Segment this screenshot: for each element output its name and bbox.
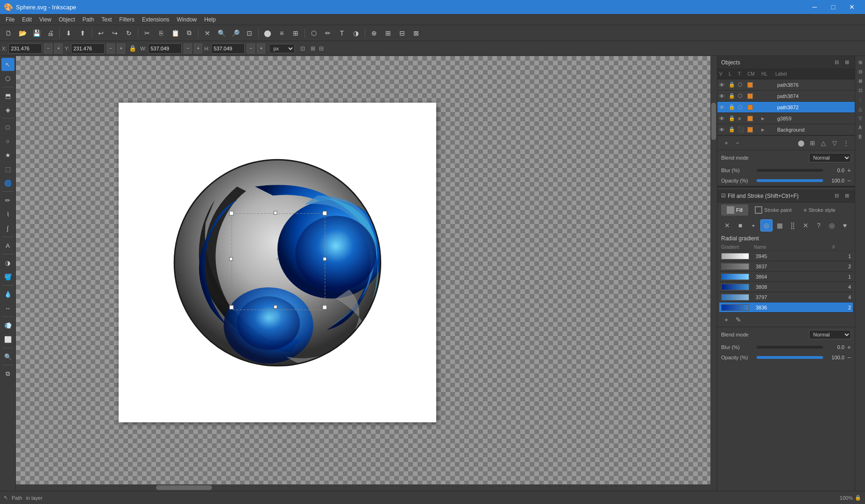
ellipse-tool[interactable]: ○	[1, 134, 14, 147]
blur-track[interactable]	[757, 169, 823, 172]
redo-button[interactable]: ↪	[108, 27, 121, 40]
rectangle-tool[interactable]: □	[1, 120, 14, 133]
raise-button[interactable]: △	[818, 138, 829, 148]
measure-tool[interactable]: ◈	[1, 103, 14, 116]
horizontal-scrollbar[interactable]	[16, 484, 717, 491]
spray-tool[interactable]: 💨	[1, 319, 14, 332]
stroke-style-tab[interactable]: ≡ Stroke style	[798, 204, 841, 216]
visibility-icon-path3876[interactable]: 👁	[719, 82, 729, 88]
object-to-path-button[interactable]: ⬤	[796, 138, 806, 148]
snap-bbox-icon[interactable]: ⊞	[311, 45, 315, 52]
cut-button[interactable]: ✂	[141, 27, 154, 40]
bezier-tool[interactable]: ⌇	[1, 208, 14, 221]
lock-icon-path3872[interactable]: 🔒	[729, 104, 738, 110]
x-plus[interactable]: +	[54, 43, 63, 54]
select-tool[interactable]: ↖	[1, 58, 14, 71]
fill-stroke-expand[interactable]: ⊞	[843, 192, 851, 200]
node-button[interactable]: ⬡	[307, 27, 320, 40]
lower-button[interactable]: ▽	[830, 138, 840, 148]
pages-tool[interactable]: ⧉	[1, 367, 14, 380]
obj-row-path3874[interactable]: 👁 🔒 ⬡ path3874	[717, 91, 855, 102]
grad-row-3808[interactable]: 3808 4	[719, 282, 853, 292]
snap-guide-button[interactable]: ⊠	[410, 27, 423, 40]
gradient-tool[interactable]: ◑	[1, 256, 14, 269]
copy-button[interactable]: ⎘	[155, 27, 168, 40]
menu-filters[interactable]: Filters	[115, 14, 138, 25]
visibility-icon-g3859[interactable]: 👁	[719, 116, 729, 121]
menu-extensions[interactable]: Extensions	[138, 14, 173, 25]
fs-blur-track[interactable]	[757, 346, 823, 349]
menu-path[interactable]: Path	[79, 14, 98, 25]
lock-icon-status[interactable]: 🔒	[855, 495, 861, 501]
zoom-fit-button[interactable]: ⤧	[201, 27, 214, 40]
search-tool[interactable]: 🔍	[1, 350, 14, 363]
dropper-tool[interactable]: 💧	[1, 287, 14, 301]
x-input[interactable]	[8, 43, 42, 54]
fill-unset[interactable]: ◎	[826, 219, 838, 231]
fs-opacity-minus[interactable]: −	[847, 354, 851, 361]
add-gradient-button[interactable]: +	[721, 315, 731, 325]
fill-heart[interactable]: ♥	[839, 219, 851, 231]
snap-grid-button[interactable]: ⊟	[396, 27, 409, 40]
y-minus[interactable]: −	[106, 43, 115, 54]
lock-proportions-icon[interactable]: 🔒	[129, 45, 136, 52]
fs-opacity-track[interactable]	[757, 356, 823, 359]
more-button[interactable]: ⋮	[841, 138, 851, 148]
canvas-area[interactable]	[16, 56, 717, 491]
align-center-button[interactable]: ≡	[275, 27, 288, 40]
lock-icon-path3876[interactable]: 🔒	[729, 82, 738, 88]
obj-row-g3859[interactable]: 👁 🔒 ≡ ▶ g3859	[717, 113, 855, 124]
align-right-button[interactable]: ⊞	[289, 27, 302, 40]
undo-button[interactable]: ↩	[94, 27, 107, 40]
zoom-tool[interactable]: ⬒	[1, 89, 14, 102]
text-button[interactable]: T	[335, 27, 348, 40]
h-plus[interactable]: +	[257, 43, 265, 54]
node-tool[interactable]: ⬡	[1, 72, 14, 85]
opacity-track[interactable]	[757, 179, 823, 182]
rc-btn-6[interactable]: △	[856, 105, 865, 113]
blend-mode-select[interactable]: NormalMultiplyScreen	[809, 153, 851, 162]
rc-btn-1[interactable]: ⊞	[856, 58, 865, 66]
fill-swatch[interactable]: ✕	[800, 219, 812, 231]
transform-icon[interactable]: ⊡	[300, 45, 305, 52]
rc-btn-8[interactable]: A	[856, 123, 865, 132]
expand-background[interactable]: ▶	[761, 127, 775, 132]
grad-row-3945[interactable]: 3945 1	[719, 251, 853, 261]
fill-mesh-gradient[interactable]: ▦	[773, 219, 786, 231]
paint-tool[interactable]: 🪣	[1, 270, 14, 283]
fill-flat[interactable]: ■	[734, 219, 746, 231]
menu-window[interactable]: Window	[173, 14, 201, 25]
menu-object[interactable]: Object	[55, 14, 79, 25]
fill-stroke-collapse[interactable]: ⊟	[832, 192, 841, 200]
fill-linear-gradient[interactable]: ▪	[747, 219, 759, 231]
duplicate-button[interactable]: ⧉	[183, 27, 196, 40]
rc-btn-2[interactable]: ⊟	[856, 67, 865, 76]
y-plus[interactable]: +	[117, 43, 125, 54]
objects-panel-collapse[interactable]: ⊟	[832, 58, 841, 67]
obj-row-path3872[interactable]: 👁 🔒 ⬡ path3872	[717, 102, 855, 113]
zoom-selection-button[interactable]: ⊡	[243, 27, 256, 40]
snap-nodes-icon2[interactable]: ⊟	[319, 45, 324, 52]
open-button[interactable]: 📂	[16, 27, 29, 40]
fill-none[interactable]: ✕	[721, 219, 733, 231]
pencil-tool[interactable]: ✏	[1, 194, 14, 207]
rc-btn-4[interactable]: ⊡	[856, 86, 865, 94]
snap-button[interactable]: ⊕	[368, 27, 381, 40]
h-minus[interactable]: −	[247, 43, 255, 54]
fs-blend-mode-select[interactable]: NormalMultiplyScreen	[809, 330, 851, 339]
h-input[interactable]	[211, 43, 245, 54]
pencil-button[interactable]: ✏	[321, 27, 334, 40]
menu-edit[interactable]: Edit	[18, 14, 35, 25]
h-scroll-thumb[interactable]	[156, 485, 212, 490]
visibility-icon-path3874[interactable]: 👁	[719, 93, 729, 99]
fill-radial-gradient active[interactable]: ◎	[760, 219, 773, 231]
align-left-button[interactable]: ⬤	[261, 27, 274, 40]
add-object-button[interactable]: +	[721, 138, 731, 148]
fill-stroke-checkbox[interactable]: ☑	[721, 193, 726, 199]
lock-icon-background[interactable]: 🔒	[729, 126, 738, 133]
lock-icon-path3874[interactable]: 🔒	[729, 93, 738, 99]
units-select[interactable]: pxmmcmin	[269, 44, 295, 53]
print-button[interactable]: 🖨	[44, 27, 57, 40]
blur-plus[interactable]: +	[847, 167, 851, 174]
paste-button[interactable]: 📋	[169, 27, 182, 40]
